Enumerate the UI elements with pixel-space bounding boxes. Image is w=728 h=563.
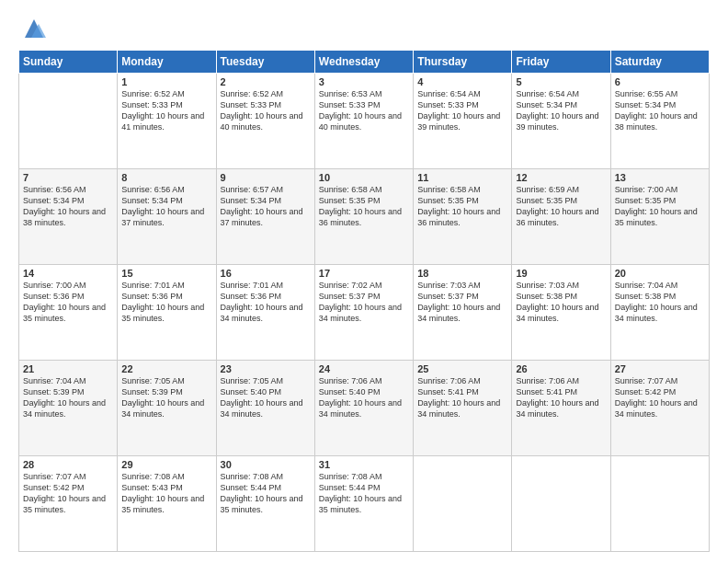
day-number: 26 (516, 363, 606, 374)
calendar-cell: 16Sunrise: 7:01 AMSunset: 5:36 PMDayligh… (216, 265, 314, 361)
day-info: Sunrise: 6:58 AMSunset: 5:35 PMDaylight:… (417, 184, 507, 229)
header (18, 15, 710, 42)
day-info: Sunrise: 7:07 AMSunset: 5:42 PMDaylight:… (615, 375, 705, 420)
calendar-cell: 22Sunrise: 7:05 AMSunset: 5:39 PMDayligh… (118, 361, 216, 456)
day-info: Sunrise: 7:03 AMSunset: 5:38 PMDaylight:… (516, 280, 606, 325)
day-number: 23 (221, 363, 311, 374)
calendar-cell: 18Sunrise: 7:03 AMSunset: 5:37 PMDayligh… (414, 265, 512, 361)
calendar-cell: 3Sunrise: 6:53 AMSunset: 5:33 PMDaylight… (314, 74, 413, 169)
day-number: 11 (417, 172, 507, 183)
calendar-cell: 10Sunrise: 6:58 AMSunset: 5:35 PMDayligh… (314, 169, 413, 265)
day-info: Sunrise: 7:01 AMSunset: 5:36 PMDaylight:… (221, 280, 311, 325)
day-info: Sunrise: 6:55 AMSunset: 5:34 PMDaylight:… (615, 88, 705, 133)
calendar-cell: 27Sunrise: 7:07 AMSunset: 5:42 PMDayligh… (610, 361, 709, 456)
calendar-cell: 21Sunrise: 7:04 AMSunset: 5:39 PMDayligh… (19, 361, 118, 456)
calendar-cell: 15Sunrise: 7:01 AMSunset: 5:36 PMDayligh… (118, 265, 216, 361)
calendar-week-row: 1Sunrise: 6:52 AMSunset: 5:33 PMDaylight… (19, 74, 710, 169)
day-info: Sunrise: 7:00 AMSunset: 5:36 PMDaylight:… (23, 280, 113, 325)
calendar-cell: 26Sunrise: 7:06 AMSunset: 5:41 PMDayligh… (512, 361, 610, 456)
day-info: Sunrise: 7:05 AMSunset: 5:40 PMDaylight:… (221, 375, 311, 420)
day-number: 14 (23, 268, 113, 279)
calendar-cell: 9Sunrise: 6:57 AMSunset: 5:34 PMDaylight… (216, 169, 314, 265)
day-number: 2 (221, 76, 311, 87)
weekday-header: Tuesday (216, 51, 314, 74)
day-number: 4 (417, 76, 507, 87)
calendar-cell (610, 456, 709, 552)
calendar-cell (19, 74, 118, 169)
day-number: 28 (23, 459, 113, 470)
calendar-cell: 8Sunrise: 6:56 AMSunset: 5:34 PMDaylight… (118, 169, 216, 265)
day-info: Sunrise: 7:06 AMSunset: 5:40 PMDaylight:… (319, 375, 409, 420)
calendar-week-row: 14Sunrise: 7:00 AMSunset: 5:36 PMDayligh… (19, 265, 710, 361)
day-info: Sunrise: 6:56 AMSunset: 5:34 PMDaylight:… (23, 184, 113, 229)
calendar-week-row: 7Sunrise: 6:56 AMSunset: 5:34 PMDaylight… (19, 169, 710, 265)
day-info: Sunrise: 7:06 AMSunset: 5:41 PMDaylight:… (516, 375, 606, 420)
day-number: 13 (615, 172, 705, 183)
calendar-cell: 25Sunrise: 7:06 AMSunset: 5:41 PMDayligh… (414, 361, 512, 456)
calendar-cell: 7Sunrise: 6:56 AMSunset: 5:34 PMDaylight… (19, 169, 118, 265)
day-number: 7 (23, 172, 113, 183)
day-info: Sunrise: 7:03 AMSunset: 5:37 PMDaylight:… (417, 280, 507, 325)
page: SundayMondayTuesdayWednesdayThursdayFrid… (0, 0, 728, 563)
day-number: 3 (319, 76, 409, 87)
day-number: 19 (516, 268, 606, 279)
day-info: Sunrise: 7:06 AMSunset: 5:41 PMDaylight:… (417, 375, 507, 420)
day-info: Sunrise: 6:52 AMSunset: 5:33 PMDaylight:… (221, 88, 311, 133)
calendar-cell: 30Sunrise: 7:08 AMSunset: 5:44 PMDayligh… (216, 456, 314, 552)
day-number: 20 (615, 268, 705, 279)
calendar-cell: 12Sunrise: 6:59 AMSunset: 5:35 PMDayligh… (512, 169, 610, 265)
day-info: Sunrise: 6:56 AMSunset: 5:34 PMDaylight:… (121, 184, 211, 229)
day-number: 5 (516, 76, 606, 87)
day-number: 24 (319, 363, 409, 374)
calendar-cell: 24Sunrise: 7:06 AMSunset: 5:40 PMDayligh… (314, 361, 413, 456)
day-info: Sunrise: 6:58 AMSunset: 5:35 PMDaylight:… (319, 184, 409, 229)
day-number: 31 (319, 459, 409, 470)
day-number: 22 (121, 363, 211, 374)
day-info: Sunrise: 7:08 AMSunset: 5:44 PMDaylight:… (319, 471, 409, 516)
day-info: Sunrise: 7:08 AMSunset: 5:44 PMDaylight:… (221, 471, 311, 516)
day-info: Sunrise: 6:57 AMSunset: 5:34 PMDaylight:… (221, 184, 311, 229)
day-number: 6 (615, 76, 705, 87)
day-info: Sunrise: 7:04 AMSunset: 5:39 PMDaylight:… (23, 375, 113, 420)
day-number: 21 (23, 363, 113, 374)
calendar-cell: 31Sunrise: 7:08 AMSunset: 5:44 PMDayligh… (314, 456, 413, 552)
day-info: Sunrise: 7:07 AMSunset: 5:42 PMDaylight:… (23, 471, 113, 516)
day-info: Sunrise: 7:02 AMSunset: 5:37 PMDaylight:… (319, 280, 409, 325)
day-number: 25 (417, 363, 507, 374)
day-info: Sunrise: 7:00 AMSunset: 5:35 PMDaylight:… (615, 184, 705, 229)
calendar-cell: 29Sunrise: 7:08 AMSunset: 5:43 PMDayligh… (118, 456, 216, 552)
day-number: 29 (121, 459, 211, 470)
calendar-cell: 20Sunrise: 7:04 AMSunset: 5:38 PMDayligh… (610, 265, 709, 361)
calendar-cell: 11Sunrise: 6:58 AMSunset: 5:35 PMDayligh… (414, 169, 512, 265)
day-info: Sunrise: 6:52 AMSunset: 5:33 PMDaylight:… (121, 88, 211, 133)
day-info: Sunrise: 7:05 AMSunset: 5:39 PMDaylight:… (121, 375, 211, 420)
calendar-cell: 28Sunrise: 7:07 AMSunset: 5:42 PMDayligh… (19, 456, 118, 552)
calendar-week-row: 21Sunrise: 7:04 AMSunset: 5:39 PMDayligh… (19, 361, 710, 456)
day-info: Sunrise: 6:54 AMSunset: 5:34 PMDaylight:… (516, 88, 606, 133)
calendar-cell (414, 456, 512, 552)
logo (18, 15, 48, 42)
day-number: 17 (319, 268, 409, 279)
day-number: 16 (221, 268, 311, 279)
calendar-table: SundayMondayTuesdayWednesdayThursdayFrid… (18, 50, 710, 552)
calendar-cell: 4Sunrise: 6:54 AMSunset: 5:33 PMDaylight… (414, 74, 512, 169)
day-info: Sunrise: 7:01 AMSunset: 5:36 PMDaylight:… (121, 280, 211, 325)
day-info: Sunrise: 6:59 AMSunset: 5:35 PMDaylight:… (516, 184, 606, 229)
weekday-header: Thursday (414, 51, 512, 74)
calendar-cell: 19Sunrise: 7:03 AMSunset: 5:38 PMDayligh… (512, 265, 610, 361)
calendar-cell: 23Sunrise: 7:05 AMSunset: 5:40 PMDayligh… (216, 361, 314, 456)
calendar-header-row: SundayMondayTuesdayWednesdayThursdayFrid… (19, 51, 710, 74)
weekday-header: Saturday (610, 51, 709, 74)
day-number: 15 (121, 268, 211, 279)
calendar-cell: 17Sunrise: 7:02 AMSunset: 5:37 PMDayligh… (314, 265, 413, 361)
weekday-header: Wednesday (314, 51, 413, 74)
calendar-cell: 13Sunrise: 7:00 AMSunset: 5:35 PMDayligh… (610, 169, 709, 265)
day-number: 10 (319, 172, 409, 183)
weekday-header: Sunday (19, 51, 118, 74)
day-number: 27 (615, 363, 705, 374)
day-number: 8 (121, 172, 211, 183)
day-info: Sunrise: 7:08 AMSunset: 5:43 PMDaylight:… (121, 471, 211, 516)
calendar-cell: 5Sunrise: 6:54 AMSunset: 5:34 PMDaylight… (512, 74, 610, 169)
weekday-header: Monday (118, 51, 216, 74)
calendar-week-row: 28Sunrise: 7:07 AMSunset: 5:42 PMDayligh… (19, 456, 710, 552)
